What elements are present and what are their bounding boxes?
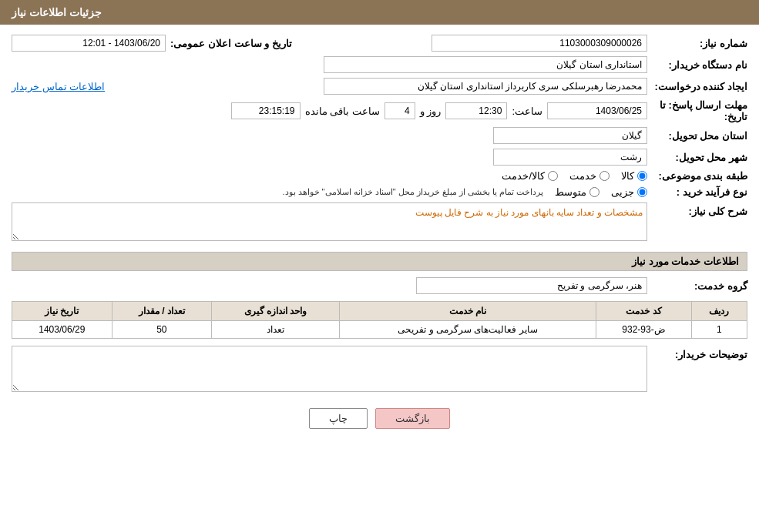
- col-service-code: کد خدمت: [596, 302, 691, 321]
- need-number-input[interactable]: [432, 35, 647, 52]
- purchase-type-row: نوع فرآیند خرید : جزیی متوسط پرداخت تمام…: [12, 184, 747, 200]
- col-quantity: تعداد / مقدار: [112, 302, 211, 321]
- service-group-input[interactable]: [416, 277, 647, 294]
- services-table-header: ردیف کد خدمت نام خدمت واحد اندازه گیری ت…: [12, 302, 747, 321]
- creator-label: ایجاد کننده درخواست:: [647, 81, 747, 92]
- purchase-type-jozi-label: جزیی: [611, 186, 634, 198]
- purchase-type-note: پرداخت تمام یا بخشی از مبلغ خریداز محل "…: [282, 187, 543, 197]
- cell-row-num: 1: [691, 321, 747, 339]
- purchase-type-jozi-radio[interactable]: [637, 187, 647, 197]
- table-row: 1 ض-93-932 سایر فعالیت‌های سرگرمی و تفری…: [12, 321, 747, 339]
- cell-unit: تعداد: [212, 321, 340, 339]
- creator-row: ایجاد کننده درخواست: اطلاعات تماس خریدار: [12, 75, 747, 97]
- buyer-notes-label: توضیحات خریدار:: [647, 346, 747, 360]
- need-description-textarea[interactable]: مشخصات و تعداد سایه بانهای مورد نیاز به …: [12, 202, 647, 241]
- service-group-label: گروه خدمت:: [647, 280, 747, 292]
- contact-info-link[interactable]: اطلاعات تماس خریدار: [12, 81, 105, 92]
- category-value: کالا خدمت کالا/خدمت: [12, 170, 647, 182]
- response-time-input[interactable]: [445, 102, 507, 119]
- need-description-label: شرح کلی نیاز:: [647, 202, 747, 217]
- category-kala-item: کالا: [621, 170, 647, 182]
- response-remaining-label: ساعت باقی مانده: [305, 105, 380, 117]
- services-section-title: اطلاعات خدمات مورد نیاز: [12, 252, 747, 271]
- buyer-notes-section: توضیحات خریدار:: [12, 343, 747, 396]
- buyer-org-input[interactable]: [324, 56, 647, 73]
- response-date-input[interactable]: [547, 102, 647, 119]
- response-days-input[interactable]: [385, 102, 415, 119]
- delivery-city-label: شهر محل تحویل:: [647, 152, 747, 163]
- category-kala-khedmat-radio[interactable]: [548, 171, 558, 181]
- back-button[interactable]: بازگشت: [375, 408, 450, 429]
- category-khedmat-item: خدمت: [569, 170, 610, 182]
- need-number-row: شماره نیاز: تاریخ و ساعت اعلان عمومی:: [12, 32, 747, 54]
- buyer-notes-value: [12, 346, 647, 394]
- response-deadline-label: مهلت ارسال پاسخ: تا تاریخ:: [647, 99, 747, 122]
- need-description-value: مشخصات و تعداد سایه بانهای مورد نیاز به …: [12, 202, 647, 243]
- delivery-province-value: [12, 127, 647, 144]
- buyer-org-label: نام دستگاه خریدار:: [647, 59, 747, 71]
- delivery-province-row: استان محل تحویل:: [12, 125, 747, 146]
- print-button[interactable]: چاپ: [309, 408, 368, 429]
- need-description-section: شرح کلی نیاز: مشخصات و تعداد سایه بانهای…: [12, 200, 747, 246]
- services-table-body: 1 ض-93-932 سایر فعالیت‌های سرگرمی و تفری…: [12, 321, 747, 339]
- table-header-row: ردیف کد خدمت نام خدمت واحد اندازه گیری ت…: [12, 302, 747, 321]
- purchase-type-motawaset-radio[interactable]: [589, 187, 599, 197]
- category-khedmat-radio[interactable]: [599, 171, 610, 181]
- button-row: بازگشت چاپ: [12, 408, 747, 429]
- page-header: جزئیات اطلاعات نیاز: [0, 0, 759, 25]
- category-row: طبقه بندی موضوعی: کالا خدمت کالا/خدمت: [12, 168, 747, 184]
- delivery-city-value: [12, 149, 647, 166]
- need-number-label: شماره نیاز:: [647, 38, 747, 49]
- col-service-name: نام خدمت: [339, 302, 596, 321]
- purchase-type-motawaset-item: متوسط: [555, 186, 599, 198]
- main-content: شماره نیاز: تاریخ و ساعت اعلان عمومی: نا…: [0, 25, 759, 448]
- purchase-type-jozi-item: جزیی: [611, 186, 647, 198]
- category-label: طبقه بندی موضوعی:: [647, 170, 747, 182]
- announcement-date-label: تاریخ و ساعت اعلان عمومی:: [166, 38, 292, 49]
- creator-input[interactable]: [324, 78, 647, 95]
- page-wrapper: جزئیات اطلاعات نیاز شماره نیاز: تاریخ و …: [0, 0, 759, 532]
- cell-need-date: 1403/06/29: [12, 321, 113, 339]
- category-kala-khedmat-label: کالا/خدمت: [502, 170, 545, 182]
- cell-service-code: ض-93-932: [596, 321, 691, 339]
- category-kala-radio[interactable]: [637, 171, 647, 181]
- purchase-type-label: نوع فرآیند خرید :: [647, 186, 747, 198]
- response-deadline-value: ساعت: روز و ساعت باقی مانده: [12, 102, 647, 119]
- creator-value: [113, 78, 647, 95]
- col-row-num: ردیف: [691, 302, 747, 321]
- col-need-date: تاریخ نیاز: [12, 302, 113, 321]
- category-kala-label: کالا: [621, 170, 634, 182]
- page-title: جزئیات اطلاعات نیاز: [12, 6, 102, 18]
- announcement-date-input[interactable]: [12, 35, 166, 52]
- need-number-value: [307, 35, 647, 52]
- delivery-province-label: استان محل تحویل:: [647, 130, 747, 142]
- delivery-province-input[interactable]: [493, 127, 647, 144]
- delivery-city-row: شهر محل تحویل:: [12, 146, 747, 168]
- cell-service-name: سایر فعالیت‌های سرگرمی و تفریحی: [339, 321, 596, 339]
- col-unit: واحد اندازه گیری: [212, 302, 340, 321]
- purchase-type-motawaset-label: متوسط: [555, 186, 586, 198]
- buyer-org-value: [12, 56, 647, 73]
- cell-quantity: 50: [112, 321, 211, 339]
- purchase-type-value: جزیی متوسط پرداخت تمام یا بخشی از مبلغ خ…: [12, 186, 647, 198]
- response-remaining-input[interactable]: [231, 102, 301, 119]
- buyer-org-row: نام دستگاه خریدار:: [12, 54, 747, 75]
- services-table: ردیف کد خدمت نام خدمت واحد اندازه گیری ت…: [12, 301, 747, 339]
- category-kala-khedmat-item: کالا/خدمت: [502, 170, 558, 182]
- category-khedmat-label: خدمت: [569, 170, 596, 182]
- delivery-city-input[interactable]: [493, 149, 647, 166]
- buyer-notes-textarea[interactable]: [12, 346, 647, 392]
- response-days-label: روز و: [420, 105, 442, 117]
- response-time-label: ساعت:: [512, 105, 542, 117]
- service-group-value: [12, 277, 647, 294]
- response-deadline-row: مهلت ارسال پاسخ: تا تاریخ: ساعت: روز و س…: [12, 97, 747, 125]
- service-group-row: گروه خدمت:: [12, 275, 747, 296]
